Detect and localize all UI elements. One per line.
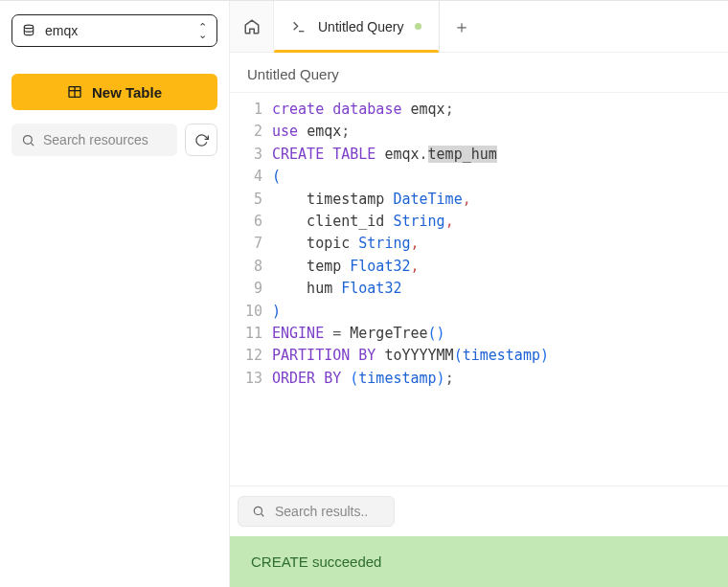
- code-line[interactable]: CREATE TABLE emqx.temp_hum: [272, 144, 728, 166]
- result-search-region: [230, 485, 728, 536]
- svg-line-5: [31, 143, 34, 146]
- tab-title: Untitled Query: [318, 19, 403, 34]
- search-results-input[interactable]: [275, 504, 380, 519]
- database-selector[interactable]: emqx ⌃⌄: [11, 14, 217, 47]
- code-line[interactable]: temp Float32,: [272, 256, 728, 278]
- code-line[interactable]: ENGINE = MergeTree(): [272, 323, 728, 345]
- search-resources-input[interactable]: [43, 132, 168, 147]
- table-plus-icon: [67, 84, 82, 100]
- home-tab[interactable]: [230, 1, 274, 52]
- status-bar: CREATE succeeded: [230, 536, 728, 587]
- code-line[interactable]: topic String,: [272, 233, 728, 255]
- search-icon: [21, 133, 35, 147]
- code-line[interactable]: (: [272, 166, 728, 188]
- chevrons-up-down-icon: ⌃⌄: [198, 23, 207, 38]
- breadcrumb: Untitled Query: [230, 53, 728, 93]
- code-line[interactable]: use emqx;: [272, 121, 728, 143]
- dirty-indicator-dot: [415, 23, 421, 30]
- new-table-button[interactable]: New Table: [11, 74, 217, 110]
- code-editor[interactable]: 12345678910111213create database emqx;us…: [230, 93, 728, 485]
- home-icon: [243, 18, 261, 35]
- new-tab-button[interactable]: ＋: [440, 1, 484, 52]
- database-name: emqx: [45, 23, 78, 38]
- code-line[interactable]: ): [272, 301, 728, 323]
- new-table-label: New Table: [92, 84, 162, 101]
- plus-icon: ＋: [453, 15, 470, 38]
- search-results-wrap[interactable]: [238, 496, 395, 527]
- code-line[interactable]: timestamp DateTime,: [272, 189, 728, 211]
- refresh-icon: [194, 133, 209, 147]
- tab-untitled-query[interactable]: Untitled Query: [274, 1, 440, 52]
- code-line[interactable]: PARTITION BY toYYYYMM(timestamp): [272, 345, 728, 367]
- svg-point-4: [24, 135, 33, 144]
- svg-line-8: [262, 514, 264, 517]
- refresh-button[interactable]: [185, 124, 217, 156]
- code-line[interactable]: hum Float32: [272, 278, 728, 300]
- code-line[interactable]: create database emqx;: [272, 99, 728, 121]
- query-icon: [291, 19, 307, 34]
- search-icon: [252, 505, 265, 518]
- svg-point-7: [254, 507, 262, 514]
- code-line[interactable]: ORDER BY (timestamp);: [272, 368, 728, 390]
- code-line[interactable]: client_id String,: [272, 211, 728, 233]
- svg-point-0: [24, 25, 33, 29]
- search-resources-wrap[interactable]: [11, 124, 177, 156]
- database-icon: [22, 24, 35, 37]
